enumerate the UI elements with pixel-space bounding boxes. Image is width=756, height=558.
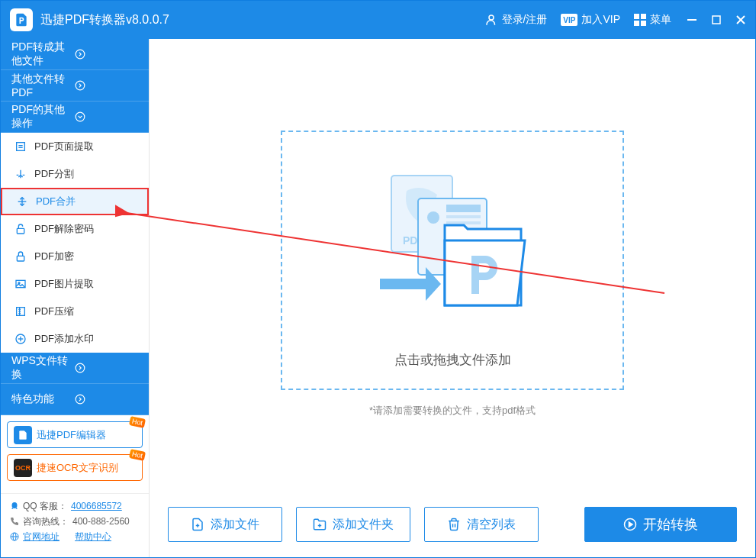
qq-link[interactable]: 4006685572 [71, 501, 122, 511]
file-plus-icon [191, 517, 204, 532]
hotline-label: 咨询热线： [23, 515, 69, 528]
svg-point-5 [76, 50, 85, 59]
sidebar-item-label: PDF图片提取 [34, 277, 94, 291]
sidebar-item-unlock[interactable]: PDF解除密码 [1, 215, 149, 243]
sidebar-item-label: PDF加密 [34, 250, 74, 263]
chevron-down-icon [75, 111, 138, 122]
svg-point-34 [427, 211, 439, 224]
hot-badge: Hot [129, 416, 146, 428]
watermark-icon [14, 333, 27, 345]
sidebar-item-lock[interactable]: PDF加密 [1, 243, 149, 270]
category-pdf-ops[interactable]: PDF的其他操作 [1, 102, 149, 133]
add-file-button[interactable]: 添加文件 [168, 507, 282, 542]
app-title: 迅捷PDF转换器v8.0.0.7 [40, 12, 169, 28]
menu-grid-icon [634, 14, 646, 26]
menu-label: 菜单 [650, 13, 671, 27]
promo-pdf-editor[interactable]: 迅捷PDF编辑器 Hot [7, 421, 143, 448]
main-content: PDF 点击或拖拽文件添加 *请添加需要转换的文件，支持pdf格式 [150, 39, 755, 557]
lock-icon [14, 250, 27, 263]
category-wps[interactable]: WPS文件转换 [1, 353, 149, 384]
svg-point-25 [76, 363, 85, 373]
qq-icon [10, 502, 19, 511]
svg-rect-14 [17, 256, 24, 261]
add-folder-button[interactable]: 添加文件夹 [296, 507, 410, 542]
svg-rect-8 [17, 143, 25, 151]
chevron-right-icon [75, 49, 138, 60]
sidebar-item-label: PDF添加水印 [34, 332, 94, 346]
svg-point-6 [76, 81, 85, 90]
folder-illustration: PDF [361, 153, 544, 336]
hot-badge: Hot [129, 449, 146, 461]
ocr-icon: OCR [14, 459, 32, 477]
pdf-editor-icon [14, 426, 32, 444]
button-label: 开始转换 [643, 515, 698, 534]
close-button[interactable] [735, 15, 746, 25]
chevron-right-icon [75, 363, 138, 373]
split-icon [14, 168, 27, 180]
folder-plus-icon [313, 517, 327, 532]
image-icon [14, 278, 27, 290]
sidebar-item-image[interactable]: PDF图片提取 [1, 270, 149, 298]
unlock-icon [14, 223, 27, 235]
globe-icon [10, 532, 19, 541]
sidebar: PDF转成其他文件 其他文件转PDF PDF的其他操作 PDF页面提取 PDF分… [1, 39, 150, 557]
hint-text: *请添加需要转换的文件，支持pdf格式 [168, 404, 737, 418]
sidebar-item-label: PDF解除密码 [34, 222, 94, 236]
vip-button[interactable]: VIP 加入VIP [561, 13, 620, 27]
phone-icon [10, 517, 19, 526]
category-pdf-to-other[interactable]: PDF转成其他文件 [1, 39, 149, 70]
category-other-to-pdf[interactable]: 其他文件转PDF [1, 70, 149, 102]
svg-rect-35 [446, 205, 481, 212]
hotline-value: 400-888-2560 [72, 516, 130, 527]
app-logo [10, 8, 33, 31]
button-label: 添加文件夹 [333, 517, 394, 533]
chevron-right-icon [75, 80, 138, 91]
sidebar-item-extract[interactable]: PDF页面提取 [1, 133, 149, 160]
official-link[interactable]: 官网地址 [23, 531, 60, 543]
trash-icon [447, 517, 461, 532]
sidebar-item-compress[interactable]: PDF压缩 [1, 298, 149, 325]
play-circle-icon [623, 517, 637, 532]
svg-point-26 [76, 395, 85, 404]
sidebar-item-merge[interactable]: PDF合并 [1, 188, 149, 215]
login-button[interactable]: 登录/注册 [484, 13, 548, 27]
svg-rect-13 [17, 228, 24, 234]
compress-icon [14, 305, 27, 318]
svg-point-0 [489, 15, 494, 20]
title-bar: 迅捷PDF转换器v8.0.0.7 登录/注册 VIP 加入VIP 菜单 [1, 1, 755, 39]
category-label: WPS文件转换 [11, 354, 75, 382]
sidebar-item-watermark[interactable]: PDF添加水印 [1, 325, 149, 353]
sidebar-item-label: PDF合并 [36, 195, 76, 208]
drop-zone[interactable]: PDF 点击或拖拽文件添加 [281, 131, 624, 390]
minimize-button[interactable] [687, 15, 697, 25]
merge-icon [16, 195, 28, 208]
svg-rect-36 [446, 215, 481, 218]
extract-icon [14, 140, 27, 153]
svg-rect-2 [713, 16, 720, 24]
svg-point-27 [12, 502, 18, 508]
contact-section: QQ 客服： 4006685572 咨询热线： 400-888-2560 官网地… [1, 493, 149, 549]
sidebar-item-label: PDF压缩 [34, 305, 74, 318]
menu-button[interactable]: 菜单 [634, 13, 671, 27]
svg-rect-37 [446, 221, 481, 224]
qq-label: QQ 客服： [23, 500, 67, 513]
start-convert-button[interactable]: 开始转换 [584, 507, 737, 542]
sidebar-item-label: PDF页面提取 [34, 140, 94, 153]
svg-marker-44 [629, 522, 633, 527]
button-label: 添加文件 [211, 517, 259, 533]
clear-list-button[interactable]: 清空列表 [424, 507, 539, 542]
sidebar-item-split[interactable]: PDF分割 [1, 160, 149, 188]
category-special[interactable]: 特色功能 [1, 384, 149, 415]
chevron-right-icon [75, 394, 138, 405]
vip-label: 加入VIP [581, 13, 620, 27]
category-label: 其他文件转PDF [11, 73, 75, 98]
promo-label: 迅捷PDF编辑器 [37, 428, 106, 442]
promo-ocr[interactable]: OCR 捷速OCR文字识别 Hot [7, 454, 143, 481]
maximize-button[interactable] [711, 15, 722, 25]
category-label: PDF转成其他文件 [11, 40, 75, 68]
svg-point-7 [76, 112, 85, 121]
promo-label: 捷速OCR文字识别 [37, 461, 118, 475]
help-link[interactable]: 帮助中心 [75, 531, 111, 543]
category-label: PDF的其他操作 [11, 103, 75, 131]
category-label: 特色功能 [11, 392, 75, 406]
